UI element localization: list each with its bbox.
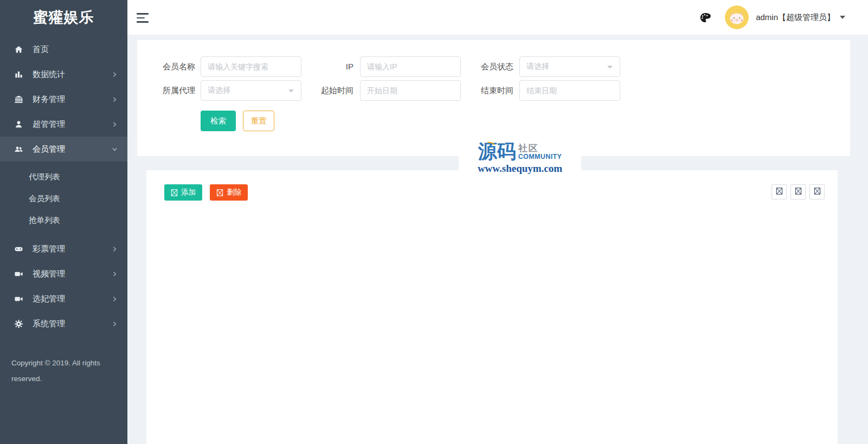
chevron-right-icon xyxy=(112,271,118,277)
select-caret-icon xyxy=(288,86,294,95)
add-button[interactable]: 添加 xyxy=(164,184,202,201)
agent-select[interactable]: 请选择 xyxy=(201,80,301,101)
caret-down-icon[interactable] xyxy=(840,16,845,19)
copyright-text: Copyright © 2019. All rights reserved. xyxy=(11,355,119,387)
chevron-right-icon xyxy=(112,96,118,102)
topbar-user-area: admin【超级管理员】 xyxy=(699,0,845,35)
watermark-word-main: 源码 xyxy=(478,141,516,160)
app-logo: 蜜獾娱乐 xyxy=(0,0,127,35)
member-table-panel: 添加 删除 xyxy=(146,170,838,444)
table-tool-button-2[interactable] xyxy=(790,184,806,200)
sidebar-item-lottery[interactable]: 彩票管理 xyxy=(0,236,127,261)
admin-user-icon xyxy=(14,119,23,129)
sidebar-item-home[interactable]: 首页 xyxy=(0,37,127,62)
filter-row-1: 会员名称IP会员状态请选择 xyxy=(137,56,620,77)
reset-button[interactable]: 重置 xyxy=(243,111,274,131)
delete-button[interactable]: 删除 xyxy=(210,184,248,201)
select-caret-icon xyxy=(607,62,613,71)
gear-icon xyxy=(14,319,23,329)
table-tool-button-3[interactable] xyxy=(809,184,825,200)
filter-actions: 检索 重置 xyxy=(201,111,274,131)
member-status-select[interactable]: 请选择 xyxy=(519,56,620,77)
filter-label-end-time: 结束时间 xyxy=(461,80,519,101)
sidebar-item-system[interactable]: 系统管理 xyxy=(0,311,127,336)
sidebar-item-members[interactable]: 会员管理 xyxy=(0,137,127,162)
home-icon xyxy=(14,44,23,54)
filter-label-agent: 所属代理 xyxy=(137,80,201,101)
missing-glyph-icon xyxy=(814,188,821,196)
sidebar: 蜜獾娱乐 首页数据统计财务管理超管管理会员管理代理列表会员列表抢单列表彩票管理视… xyxy=(0,0,127,444)
missing-glyph-icon xyxy=(171,189,178,196)
sidebar-submenu: 代理列表会员列表抢单列表 xyxy=(0,162,127,236)
theme-palette-icon[interactable] xyxy=(699,12,711,23)
topbar: admin【超级管理员】 xyxy=(127,0,868,35)
avatar[interactable] xyxy=(725,5,749,29)
watermark-url: www.shequym.com xyxy=(478,163,562,175)
bar-chart-icon xyxy=(14,69,23,79)
chevron-right-icon xyxy=(112,246,118,252)
sidebar-item-admins[interactable]: 超管管理 xyxy=(0,112,127,137)
watermark-word-en: COMMUNITY xyxy=(518,153,562,160)
filter-label-member-name: 会员名称 xyxy=(137,56,201,77)
sidebar-item-video[interactable]: 视频管理 xyxy=(0,261,127,286)
watermark: 源码 社区 COMMUNITY www.shequym.com xyxy=(459,136,581,180)
chevron-right-icon xyxy=(112,296,118,302)
sidebar-item-stats[interactable]: 数据统计 xyxy=(0,62,127,87)
sidebar-item-concubine[interactable]: 选妃管理 xyxy=(0,286,127,311)
filter-label-member-status: 会员状态 xyxy=(461,56,519,77)
menu-toggle-icon[interactable] xyxy=(137,13,150,25)
video-camera-icon xyxy=(14,294,23,304)
member-name-input[interactable] xyxy=(201,56,301,77)
gamepad-icon xyxy=(14,244,23,254)
start-time-input[interactable] xyxy=(360,80,461,101)
sidebar-subitem-agent-list[interactable]: 代理列表 xyxy=(0,166,127,188)
chevron-right-icon xyxy=(112,72,118,78)
sidebar-subitem-member-list[interactable]: 会员列表 xyxy=(0,188,127,209)
filter-label-ip: IP xyxy=(301,56,360,77)
sidebar-menu: 首页数据统计财务管理超管管理会员管理代理列表会员列表抢单列表彩票管理视频管理选妃… xyxy=(0,35,127,336)
ip-input[interactable] xyxy=(360,56,461,77)
user-menu[interactable]: admin【超级管理员】 xyxy=(756,12,835,23)
chevron-down-icon xyxy=(112,146,118,152)
chevron-right-icon xyxy=(112,121,118,127)
filter-row-2: 所属代理请选择起始时间结束时间 xyxy=(137,80,620,101)
sidebar-subitem-order-grab-list[interactable]: 抢单列表 xyxy=(0,209,127,231)
members-icon xyxy=(14,144,23,154)
chevron-right-icon xyxy=(112,321,118,327)
search-button[interactable]: 检索 xyxy=(201,111,236,131)
bank-icon xyxy=(14,94,23,104)
table-tools xyxy=(771,184,825,200)
missing-glyph-icon xyxy=(216,189,223,196)
sidebar-item-finance[interactable]: 财务管理 xyxy=(0,87,127,112)
filter-label-start-time: 起始时间 xyxy=(301,80,360,101)
watermark-word-side: 社区 xyxy=(518,144,562,153)
missing-glyph-icon xyxy=(776,188,783,196)
end-time-input[interactable] xyxy=(519,80,620,101)
missing-glyph-icon xyxy=(795,188,802,196)
video-camera-icon xyxy=(14,269,23,279)
page: 蜜獾娱乐 首页数据统计财务管理超管管理会员管理代理列表会员列表抢单列表彩票管理视… xyxy=(0,0,868,444)
table-tool-button-1[interactable] xyxy=(771,184,787,200)
